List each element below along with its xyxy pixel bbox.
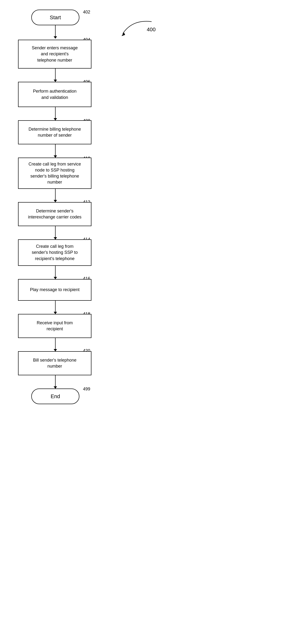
arrow-7 (55, 266, 56, 279)
arrow-4 (55, 144, 56, 158)
arrow-9 (55, 338, 56, 351)
figure-arrow (118, 19, 154, 38)
arrow-10 (55, 375, 56, 388)
node-410: Create call leg from service node to SSP… (18, 158, 92, 189)
arrow-2 (55, 68, 56, 82)
arrow-3 (55, 107, 56, 120)
ref-499: 499 (83, 386, 90, 392)
arrow-1 (55, 25, 56, 38)
arrow-8 (55, 301, 56, 314)
arrow-6 (55, 226, 56, 239)
diagram-container: 400 Start 402 404 Sender enters message … (0, 0, 301, 644)
arrow-5 (55, 189, 56, 202)
node-404: Sender enters message and recipient's te… (18, 40, 92, 68)
node-418: Receive input from recipient (18, 314, 92, 338)
start-node: Start (31, 10, 80, 25)
node-412: Determine sender's interexchange carrier… (18, 202, 92, 226)
node-420: Bill sender's telephone number (18, 351, 92, 375)
node-406: Perform authentication and validation (18, 82, 92, 107)
end-node: End (31, 388, 80, 404)
ref-402: 402 (83, 10, 90, 15)
node-414: Create call leg from sender's hosting SS… (18, 239, 92, 266)
figure-label: 400 (147, 26, 156, 33)
node-408: Determine billing telephone number of se… (18, 120, 92, 144)
node-416: Play message to recipient (18, 279, 92, 301)
